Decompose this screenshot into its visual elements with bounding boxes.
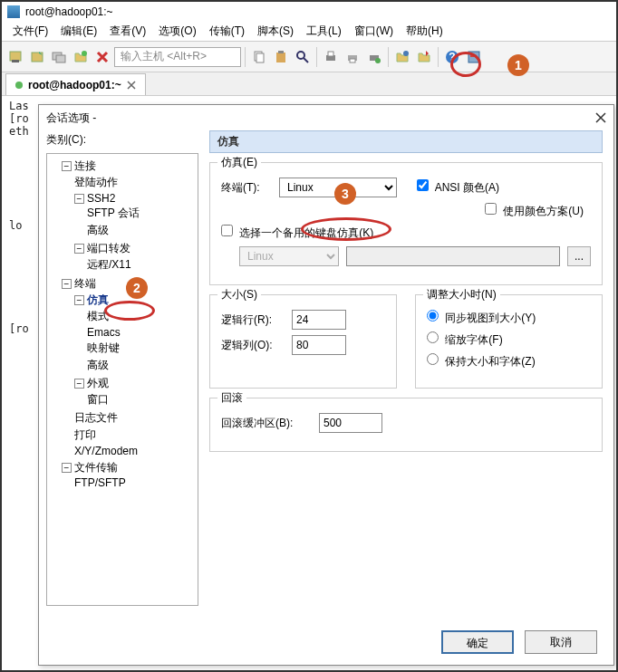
tree-ftpsftp[interactable]: FTP/SFTP bbox=[74, 475, 196, 490]
tree-ssh2[interactable]: SSH2 bbox=[87, 192, 115, 205]
tool-printer-icon[interactable] bbox=[343, 47, 362, 67]
tool-print-icon[interactable] bbox=[321, 47, 341, 67]
emulation-panel: 仿真 仿真(E) 终端(T): Linux ANSI 颜色(A) 使用颜色方案(… bbox=[206, 130, 613, 619]
tool-quick-connect-icon[interactable] bbox=[27, 47, 47, 67]
resize-keep-radio[interactable]: 保持大小和字体(Z) bbox=[427, 353, 536, 370]
menu-window[interactable]: 窗口(W) bbox=[349, 22, 399, 41]
collapse-icon[interactable]: − bbox=[62, 463, 72, 473]
collapse-icon[interactable]: − bbox=[74, 244, 84, 254]
emulation-legend: 仿真(E) bbox=[217, 155, 261, 170]
menu-tools[interactable]: 工具(L) bbox=[301, 22, 347, 41]
collapse-icon[interactable]: − bbox=[74, 379, 84, 389]
svg-rect-4 bbox=[56, 55, 65, 62]
cancel-button[interactable]: 取消 bbox=[525, 630, 597, 654]
tree-connection[interactable]: 连接 bbox=[74, 159, 96, 172]
separator-icon bbox=[316, 47, 317, 67]
svg-rect-0 bbox=[10, 52, 21, 61]
tree-remote-x11[interactable]: 远程/X11 bbox=[87, 256, 196, 274]
svg-rect-13 bbox=[328, 52, 333, 56]
tree-portfwd[interactable]: 端口转发 bbox=[87, 242, 130, 254]
collapse-icon[interactable]: − bbox=[62, 279, 72, 289]
tree-advanced2[interactable]: 高级 bbox=[87, 357, 196, 374]
menu-help[interactable]: 帮助(H) bbox=[401, 22, 449, 41]
tree-emulation[interactable]: 仿真 bbox=[87, 293, 109, 306]
svg-point-17 bbox=[375, 58, 381, 63]
tree-terminal[interactable]: 终端 bbox=[74, 277, 96, 290]
menu-view[interactable]: 查看(V) bbox=[104, 22, 151, 41]
panel-header: 仿真 bbox=[209, 130, 603, 153]
alt-keyboard-checkbox[interactable]: 选择一个备用的键盘仿真(K) bbox=[221, 225, 373, 241]
dialog-close-icon[interactable] bbox=[595, 112, 606, 123]
collapse-icon[interactable]: − bbox=[74, 194, 84, 204]
tree-modes[interactable]: 模式 bbox=[87, 308, 196, 325]
tool-disconnect-icon[interactable] bbox=[92, 47, 112, 67]
tool-help-icon[interactable]: ? bbox=[442, 47, 462, 67]
annotation-badge-1: 1 bbox=[507, 54, 529, 76]
collapse-icon[interactable]: − bbox=[74, 295, 84, 305]
tree-filetransfer[interactable]: 文件传输 bbox=[74, 461, 118, 474]
color-scheme-checkbox[interactable]: 使用颜色方案(U) bbox=[485, 203, 584, 219]
tool-open-icon[interactable] bbox=[71, 47, 91, 67]
session-tab[interactable]: root@hadoop01:~ bbox=[5, 73, 146, 95]
alt-keyboard-select: Linux bbox=[239, 246, 339, 266]
tool-print-setup-icon[interactable] bbox=[364, 47, 384, 67]
menu-transfer[interactable]: 传输(T) bbox=[204, 22, 250, 41]
tool-paste-icon[interactable] bbox=[271, 47, 291, 67]
resize-sync-radio[interactable]: 同步视图到大小(Y) bbox=[427, 310, 536, 326]
tool-reconnect-icon[interactable] bbox=[49, 47, 69, 67]
svg-rect-1 bbox=[12, 60, 19, 62]
host-input[interactable]: 输入主机 <Alt+R> bbox=[114, 47, 241, 67]
tree-emacs[interactable]: Emacs bbox=[87, 325, 196, 340]
scrollback-input[interactable] bbox=[319, 413, 382, 433]
svg-rect-15 bbox=[350, 59, 355, 62]
rows-input[interactable] bbox=[292, 310, 346, 330]
tree-xyzmodem[interactable]: X/Y/Zmodem bbox=[74, 444, 196, 458]
tree-advanced[interactable]: 高级 bbox=[87, 222, 196, 239]
tool-session-options-icon[interactable] bbox=[392, 47, 412, 67]
svg-rect-8 bbox=[276, 53, 285, 62]
tree-logon[interactable]: 登陆动作 bbox=[74, 174, 196, 191]
tool-connect-icon[interactable] bbox=[5, 47, 25, 67]
dialog-titlebar: 会话选项 - bbox=[39, 105, 613, 130]
dialog-title: 会话选项 - bbox=[46, 110, 96, 126]
tree-sftp[interactable]: SFTP 会话 bbox=[87, 205, 196, 222]
status-dot-icon bbox=[15, 82, 23, 89]
menu-edit[interactable]: 编辑(E) bbox=[55, 22, 102, 41]
category-tree[interactable]: −连接 登陆动作 −SSH2 SFTP 会话 高级 −端口转发 远程/X11 bbox=[46, 153, 198, 606]
tool-about-icon[interactable] bbox=[464, 47, 484, 67]
cols-label: 逻辑列(O): bbox=[221, 338, 285, 353]
close-icon[interactable] bbox=[127, 81, 136, 90]
annotation-badge-3: 3 bbox=[334, 183, 356, 205]
svg-point-10 bbox=[297, 52, 304, 59]
tree-logfile[interactable]: 日志文件 bbox=[74, 409, 196, 427]
category-label: 类别(C): bbox=[39, 130, 206, 153]
browse-button[interactable]: ... bbox=[567, 246, 591, 266]
svg-rect-9 bbox=[278, 51, 284, 53]
scrollback-legend: 回滚 bbox=[217, 390, 246, 406]
resize-scale-radio[interactable]: 缩放字体(F) bbox=[427, 331, 503, 348]
menu-script[interactable]: 脚本(S) bbox=[252, 22, 299, 41]
ok-button[interactable]: 确定 bbox=[441, 630, 514, 654]
tree-window[interactable]: 窗口 bbox=[87, 391, 196, 408]
annotation-badge-2: 2 bbox=[126, 277, 148, 299]
menu-file[interactable]: 文件(F) bbox=[7, 22, 53, 41]
window-title: root@hadoop01:~ bbox=[25, 5, 113, 18]
titlebar: root@hadoop01:~ bbox=[2, 2, 616, 22]
tree-appearance[interactable]: 外观 bbox=[87, 377, 109, 389]
svg-point-5 bbox=[82, 51, 87, 56]
tree-mappedkeys[interactable]: 映射键 bbox=[87, 340, 196, 357]
tree-print[interactable]: 打印 bbox=[74, 427, 196, 444]
ansi-color-checkbox[interactable]: ANSI 颜色(A) bbox=[417, 179, 499, 196]
scrollback-label: 回滚缓冲区(B): bbox=[221, 416, 312, 431]
separator-icon bbox=[438, 47, 439, 67]
svg-line-11 bbox=[304, 58, 308, 62]
collapse-icon[interactable]: − bbox=[62, 161, 72, 171]
tool-copy-icon[interactable] bbox=[249, 47, 269, 67]
size-legend: 大小(S) bbox=[217, 287, 261, 302]
svg-rect-7 bbox=[256, 53, 264, 62]
menu-options[interactable]: 选项(O) bbox=[153, 22, 201, 41]
cols-input[interactable] bbox=[292, 335, 346, 355]
tool-global-options-icon[interactable] bbox=[414, 47, 434, 67]
tool-find-icon[interactable] bbox=[293, 47, 313, 67]
resize-legend: 调整大小时(N) bbox=[423, 287, 500, 302]
